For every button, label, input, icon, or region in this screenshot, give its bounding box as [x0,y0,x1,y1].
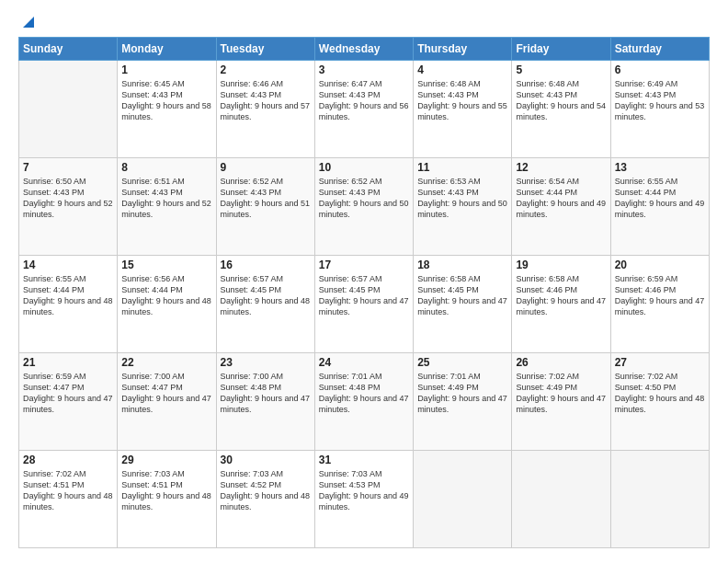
calendar-cell: 2Sunrise: 6:46 AM Sunset: 4:43 PM Daylig… [216,61,314,158]
calendar-cell [512,451,610,548]
day-header-wednesday: Wednesday [314,38,413,61]
day-header-monday: Monday [118,38,216,61]
calendar-cell: 21Sunrise: 6:59 AM Sunset: 4:47 PM Dayli… [19,353,118,451]
day-number: 25 [417,356,507,369]
week-row-3: 14Sunrise: 6:55 AM Sunset: 4:44 PM Dayli… [19,256,710,353]
week-row-1: 1Sunrise: 6:45 AM Sunset: 4:43 PM Daylig… [19,61,710,158]
calendar-cell: 13Sunrise: 6:55 AM Sunset: 4:44 PM Dayli… [610,158,709,256]
day-number: 28 [23,454,113,466]
calendar-cell: 3Sunrise: 6:47 AM Sunset: 4:43 PM Daylig… [314,61,413,158]
cell-info: Sunrise: 6:58 AM Sunset: 4:46 PM Dayligh… [516,273,606,318]
calendar-cell: 17Sunrise: 6:57 AM Sunset: 4:45 PM Dayli… [314,256,413,353]
day-number: 31 [319,454,409,466]
day-number: 4 [417,63,507,76]
day-number: 11 [417,161,507,174]
calendar-cell: 19Sunrise: 6:58 AM Sunset: 4:46 PM Dayli… [512,256,610,353]
day-number: 12 [516,161,606,174]
day-header-saturday: Saturday [610,38,709,61]
cell-info: Sunrise: 6:49 AM Sunset: 4:43 PM Dayligh… [615,78,705,123]
calendar-cell: 5Sunrise: 6:48 AM Sunset: 4:43 PM Daylig… [512,61,610,158]
cell-info: Sunrise: 6:47 AM Sunset: 4:43 PM Dayligh… [319,78,409,123]
cell-info: Sunrise: 6:57 AM Sunset: 4:45 PM Dayligh… [221,273,311,318]
logo [18,15,38,28]
day-number: 20 [615,259,705,271]
cell-info: Sunrise: 7:02 AM Sunset: 4:49 PM Dayligh… [516,371,606,416]
cell-info: Sunrise: 7:00 AM Sunset: 4:47 PM Dayligh… [121,371,211,416]
calendar-cell [414,451,512,548]
cell-info: Sunrise: 6:45 AM Sunset: 4:43 PM Dayligh… [121,78,211,123]
calendar-cell: 4Sunrise: 6:48 AM Sunset: 4:43 PM Daylig… [414,61,512,158]
calendar-table: SundayMondayTuesdayWednesdayThursdayFrid… [18,37,710,548]
day-number: 22 [121,356,211,369]
cell-info: Sunrise: 7:01 AM Sunset: 4:48 PM Dayligh… [319,371,409,416]
cell-info: Sunrise: 6:48 AM Sunset: 4:43 PM Dayligh… [417,78,507,123]
day-number: 18 [417,259,507,271]
day-number: 16 [221,259,311,271]
cell-info: Sunrise: 6:46 AM Sunset: 4:43 PM Dayligh… [221,78,311,123]
calendar-cell: 18Sunrise: 6:58 AM Sunset: 4:45 PM Dayli… [414,256,512,353]
calendar-cell: 14Sunrise: 6:55 AM Sunset: 4:44 PM Dayli… [19,256,118,353]
day-header-thursday: Thursday [414,38,512,61]
calendar-cell: 28Sunrise: 7:02 AM Sunset: 4:51 PM Dayli… [19,451,118,548]
calendar-cell: 30Sunrise: 7:03 AM Sunset: 4:52 PM Dayli… [216,451,314,548]
calendar-cell: 23Sunrise: 7:00 AM Sunset: 4:48 PM Dayli… [216,353,314,451]
cell-info: Sunrise: 6:48 AM Sunset: 4:43 PM Dayligh… [516,78,606,123]
day-number: 13 [615,161,705,174]
calendar-cell: 22Sunrise: 7:00 AM Sunset: 4:47 PM Dayli… [118,353,216,451]
day-number: 23 [221,356,311,369]
day-number: 27 [615,356,705,369]
week-row-2: 7Sunrise: 6:50 AM Sunset: 4:43 PM Daylig… [19,158,710,256]
day-number: 17 [319,259,409,271]
cell-info: Sunrise: 7:00 AM Sunset: 4:48 PM Dayligh… [221,371,311,416]
cell-info: Sunrise: 7:01 AM Sunset: 4:49 PM Dayligh… [417,371,507,416]
cell-info: Sunrise: 6:53 AM Sunset: 4:43 PM Dayligh… [417,176,507,221]
day-number: 10 [319,161,409,174]
calendar-cell: 10Sunrise: 6:52 AM Sunset: 4:43 PM Dayli… [314,158,413,256]
cell-info: Sunrise: 6:57 AM Sunset: 4:45 PM Dayligh… [319,273,409,318]
day-number: 3 [319,63,409,76]
day-number: 6 [615,63,705,76]
cell-info: Sunrise: 6:56 AM Sunset: 4:44 PM Dayligh… [121,273,211,318]
cell-info: Sunrise: 6:54 AM Sunset: 4:44 PM Dayligh… [516,176,606,221]
calendar-cell: 29Sunrise: 7:03 AM Sunset: 4:51 PM Dayli… [118,451,216,548]
cell-info: Sunrise: 6:55 AM Sunset: 4:44 PM Dayligh… [23,273,113,318]
calendar-cell: 8Sunrise: 6:51 AM Sunset: 4:43 PM Daylig… [118,158,216,256]
day-number: 2 [221,63,311,76]
week-row-5: 28Sunrise: 7:02 AM Sunset: 4:51 PM Dayli… [19,451,710,548]
cell-info: Sunrise: 7:02 AM Sunset: 4:50 PM Dayligh… [615,371,705,416]
day-number: 29 [121,454,211,466]
cell-info: Sunrise: 7:03 AM Sunset: 4:52 PM Dayligh… [221,468,311,513]
cell-info: Sunrise: 6:52 AM Sunset: 4:43 PM Dayligh… [319,176,409,221]
calendar-cell: 26Sunrise: 7:02 AM Sunset: 4:49 PM Dayli… [512,353,610,451]
day-number: 30 [221,454,311,466]
day-number: 19 [516,259,606,271]
calendar-cell: 31Sunrise: 7:03 AM Sunset: 4:53 PM Dayli… [314,451,413,548]
calendar-cell: 7Sunrise: 6:50 AM Sunset: 4:43 PM Daylig… [19,158,118,256]
day-header-friday: Friday [512,38,610,61]
day-header-tuesday: Tuesday [216,38,314,61]
day-number: 5 [516,63,606,76]
calendar-cell: 27Sunrise: 7:02 AM Sunset: 4:50 PM Dayli… [610,353,709,451]
calendar-cell [610,451,709,548]
cell-info: Sunrise: 6:58 AM Sunset: 4:45 PM Dayligh… [417,273,507,318]
calendar-cell [19,61,118,158]
cell-info: Sunrise: 6:59 AM Sunset: 4:46 PM Dayligh… [615,273,705,318]
day-number: 24 [319,356,409,369]
cell-info: Sunrise: 7:02 AM Sunset: 4:51 PM Dayligh… [23,468,113,513]
day-number: 26 [516,356,606,369]
cell-info: Sunrise: 7:03 AM Sunset: 4:51 PM Dayligh… [121,468,211,513]
calendar-cell: 16Sunrise: 6:57 AM Sunset: 4:45 PM Dayli… [216,256,314,353]
day-number: 9 [221,161,311,174]
cell-info: Sunrise: 6:52 AM Sunset: 4:43 PM Dayligh… [221,176,311,221]
calendar-cell: 20Sunrise: 6:59 AM Sunset: 4:46 PM Dayli… [610,256,709,353]
svg-marker-0 [23,17,34,28]
day-number: 14 [23,259,113,271]
day-number: 21 [23,356,113,369]
day-number: 7 [23,161,113,174]
calendar-cell: 12Sunrise: 6:54 AM Sunset: 4:44 PM Dayli… [512,158,610,256]
cell-info: Sunrise: 6:55 AM Sunset: 4:44 PM Dayligh… [615,176,705,221]
day-header-sunday: Sunday [19,38,118,61]
calendar-cell: 11Sunrise: 6:53 AM Sunset: 4:43 PM Dayli… [414,158,512,256]
header [18,15,710,28]
calendar-cell: 1Sunrise: 6:45 AM Sunset: 4:43 PM Daylig… [118,61,216,158]
